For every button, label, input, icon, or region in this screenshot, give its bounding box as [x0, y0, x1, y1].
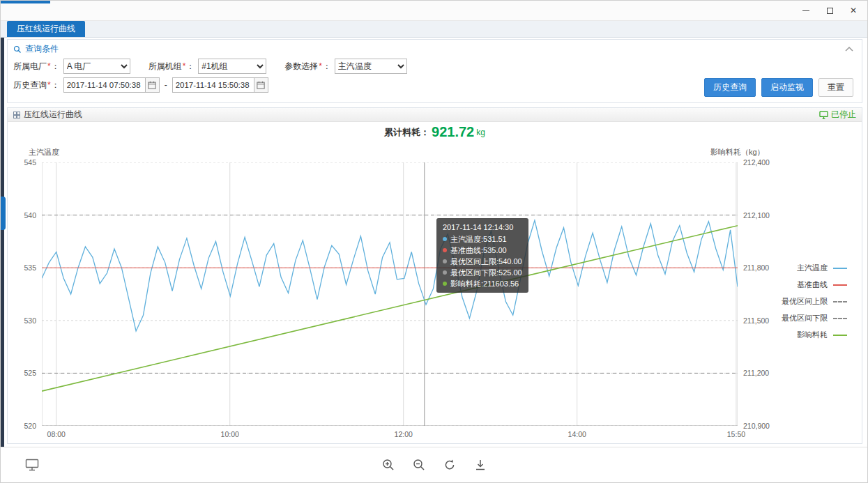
maximize-icon	[827, 8, 833, 14]
zoom-out-icon	[413, 459, 425, 471]
legend-item[interactable]: 主汽温度	[769, 263, 847, 273]
parameter-field: 参数选择*： 主汽温度	[284, 59, 407, 74]
start-monitor-button[interactable]: 启动监视	[761, 78, 813, 97]
tab-bar: 压红线运行曲线	[0, 21, 868, 38]
title-accent-bar	[0, 0, 50, 3]
refresh-button[interactable]	[442, 457, 457, 475]
device-button[interactable]	[24, 457, 40, 475]
close-button[interactable]: ✕	[842, 0, 865, 21]
legend-label: 最优区间下限	[782, 313, 828, 323]
query-header: 查询条件	[8, 40, 862, 56]
x-axis: 08:0010:0012:0014:0015:50	[42, 430, 738, 441]
chart-panel: 压红线运行曲线 已停止 累计料耗：921.72kg 主汽温度 影响料耗（kg） …	[7, 107, 862, 444]
zoom-out-button[interactable]	[411, 457, 427, 475]
y-right-tick-label: 211,200	[743, 369, 769, 377]
start-calendar-button[interactable]	[146, 77, 160, 93]
maximize-button[interactable]	[818, 0, 842, 21]
legend-label: 基准曲线	[797, 279, 828, 290]
tab-curve[interactable]: 压红线运行曲线	[7, 21, 85, 37]
legend-label: 影响料耗	[797, 330, 828, 340]
y-left-tick-label: 535	[24, 263, 36, 272]
collapse-panel-button[interactable]	[844, 43, 855, 53]
y-axis-left-title: 主汽温度	[29, 147, 59, 158]
history-query-button[interactable]: 历史查询	[704, 78, 756, 97]
status-text: 已停止	[831, 109, 856, 121]
chart-toolbar	[381, 457, 488, 475]
y-left-tick-label: 525	[24, 369, 36, 377]
legend-label: 最优区间上限	[782, 296, 828, 307]
monitor-icon	[25, 459, 39, 471]
parameter-label: 参数选择	[284, 61, 318, 72]
y-left-tick-label: 540	[24, 211, 36, 220]
plant-field: 所属电厂*： A 电厂	[13, 59, 130, 74]
sidebar-collapsed-strip	[0, 38, 4, 447]
history-label: 历史查询	[13, 79, 47, 91]
minimize-button[interactable]	[794, 0, 818, 21]
chart-panel-title: 压红线运行曲线	[24, 109, 82, 121]
main-content: 查询条件 所属电厂*： A 电厂 所属机组*： #1机组 参数选择*： 主汽温度…	[0, 38, 868, 447]
y-right-tick-label: 211,500	[743, 316, 769, 325]
start-time-input[interactable]	[63, 77, 146, 93]
chart-plot[interactable]	[42, 162, 738, 426]
legend-item[interactable]: 影响料耗	[769, 330, 847, 340]
legend-label: 主汽温度	[797, 263, 828, 273]
unit-label: 所属机组	[149, 61, 182, 72]
total-value: 921.72	[432, 124, 474, 139]
end-time-input[interactable]	[172, 77, 254, 93]
x-tick-label: 14:00	[568, 430, 586, 438]
calendar-icon	[257, 81, 265, 89]
search-icon	[13, 45, 22, 54]
label-colon: ：	[52, 79, 60, 91]
total-consumption: 累计料耗：921.72kg	[8, 122, 862, 140]
label-colon: ：	[323, 61, 331, 72]
query-row-1: 所属电厂*： A 电厂 所属机组*： #1机组 参数选择*： 主汽温度	[8, 56, 862, 75]
chart-panel-header: 压红线运行曲线 已停止	[8, 108, 862, 122]
sidebar-toggle-handle[interactable]	[0, 197, 6, 230]
chart-legend: 主汽温度基准曲线最优区间上限最优区间下限影响料耗	[769, 263, 847, 346]
chart-area: 主汽温度 影响料耗（kg） 545540535530525520 212,400…	[8, 140, 862, 443]
label-colon: ：	[186, 61, 195, 72]
status-indicator: 已停止	[819, 109, 856, 121]
required-mark: *	[47, 61, 51, 71]
total-label: 累计料耗：	[384, 127, 429, 137]
series-影响料耗	[42, 226, 738, 391]
y-axis-left: 545540535530525520	[13, 162, 38, 426]
x-tick-label: 12:00	[395, 430, 413, 438]
legend-item[interactable]: 最优区间下限	[769, 313, 847, 323]
calendar-icon	[148, 81, 156, 89]
legend-item[interactable]: 最优区间上限	[769, 296, 847, 307]
series-主汽温度	[42, 220, 738, 331]
legend-line-sample	[833, 284, 847, 286]
y-right-tick-label: 212,100	[743, 211, 770, 220]
legend-line-sample	[833, 318, 847, 319]
chevron-up-icon	[845, 46, 853, 52]
parameter-select[interactable]: 主汽温度	[335, 59, 407, 74]
y-right-tick-label: 210,900	[743, 422, 770, 430]
plant-label: 所属电厂	[13, 61, 47, 72]
zoom-in-button[interactable]	[381, 457, 396, 475]
chart-plot-svg	[42, 162, 738, 426]
required-mark: *	[183, 61, 186, 71]
reset-button[interactable]: 重置	[818, 78, 853, 97]
unit-field: 所属机组*： #1机组	[149, 59, 267, 74]
legend-line-sample	[833, 301, 847, 302]
window-controls: ✕	[794, 0, 865, 21]
query-buttons: 历史查询 启动监视 重置	[704, 78, 853, 97]
legend-line-sample	[833, 268, 847, 269]
end-calendar-button[interactable]	[254, 77, 268, 93]
y-axis-right-title: 影响料耗（kg）	[710, 147, 765, 158]
total-unit: kg	[476, 128, 485, 137]
legend-item[interactable]: 基准曲线	[769, 279, 847, 290]
download-button[interactable]	[473, 457, 488, 475]
unit-select[interactable]: #1机组	[198, 59, 266, 74]
window-titlebar: ✕	[0, 0, 868, 21]
plant-select[interactable]: A 电厂	[63, 59, 130, 74]
y-right-tick-label: 212,400	[743, 158, 770, 167]
y-right-tick-label: 211,800	[743, 263, 769, 272]
required-mark: *	[47, 80, 51, 90]
query-panel: 查询条件 所属电厂*： A 电厂 所属机组*： #1机组 参数选择*： 主汽温度…	[7, 39, 862, 103]
monitor-icon	[819, 111, 828, 119]
x-tick-label: 10:00	[221, 430, 239, 438]
download-icon	[474, 459, 487, 471]
y-left-tick-label: 530	[24, 316, 36, 325]
